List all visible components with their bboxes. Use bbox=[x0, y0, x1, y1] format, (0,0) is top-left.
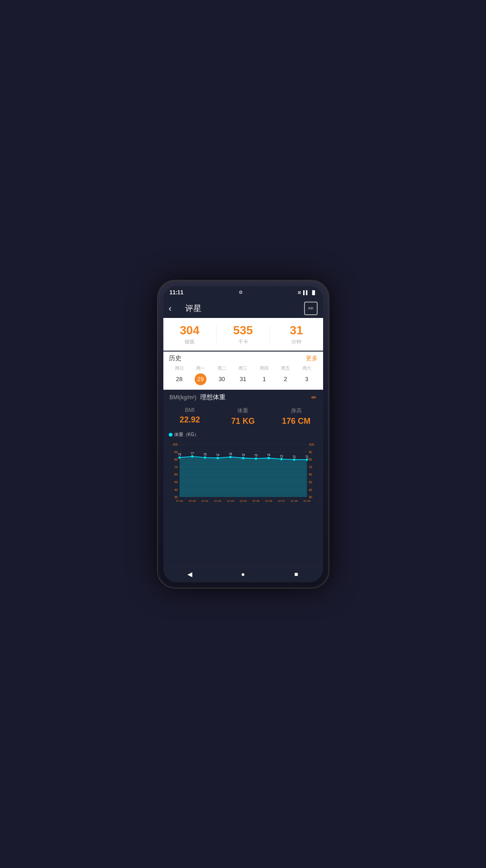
svg-text:30: 30 bbox=[309, 495, 312, 498]
metric-item: 身高176 CM bbox=[270, 407, 323, 426]
svg-point-28 bbox=[216, 456, 219, 459]
svg-text:74: 74 bbox=[241, 453, 245, 456]
back-nav-button[interactable]: ◀ bbox=[183, 570, 196, 578]
day-item[interactable]: 周三31 bbox=[237, 365, 249, 385]
svg-point-30 bbox=[242, 456, 244, 459]
ad-icon: AD bbox=[304, 302, 318, 315]
day-item[interactable]: 周二30 bbox=[216, 365, 228, 385]
svg-text:80: 80 bbox=[309, 458, 312, 461]
day-number[interactable]: 1 bbox=[258, 373, 270, 385]
svg-text:80: 80 bbox=[174, 458, 178, 461]
calories-label: 千卡 bbox=[216, 338, 270, 345]
bmi-section: BMI(kg/m²) 理想体重 ✏ BMI22.92体重71 KG身高176 C… bbox=[163, 390, 323, 566]
svg-text:30: 30 bbox=[174, 495, 178, 498]
bmi-metrics: BMI22.92体重71 KG身高176 CM bbox=[163, 405, 323, 430]
metric-value: 71 KG bbox=[216, 417, 270, 426]
stat-minutes: 31 分钟 bbox=[270, 323, 323, 345]
exercises-value: 304 bbox=[163, 323, 216, 337]
svg-text:07-23: 07-23 bbox=[227, 500, 234, 502]
svg-text:100: 100 bbox=[172, 443, 178, 446]
svg-point-33 bbox=[280, 458, 282, 460]
phone-screen: 11:11 ⚙ ⊠ ▌▌ ▐▌ ‹ 评星 AD 304 锻炼 bbox=[163, 286, 323, 582]
history-more-button[interactable]: 更多 bbox=[306, 354, 318, 362]
nav-bar: ‹ 评星 AD bbox=[163, 299, 323, 318]
phone-frame: 11:11 ⚙ ⊠ ▌▌ ▐▌ ‹ 评星 AD 304 锻炼 bbox=[157, 280, 329, 589]
svg-point-35 bbox=[305, 458, 308, 461]
svg-text:73: 73 bbox=[254, 454, 257, 457]
day-number[interactable]: 29 bbox=[195, 373, 206, 385]
status-icons: ⊠ ▌▌ ▐▌ bbox=[298, 290, 317, 295]
battery-icon: ▐▌ bbox=[311, 290, 317, 295]
svg-point-32 bbox=[267, 456, 270, 459]
minutes-label: 分钟 bbox=[270, 338, 323, 345]
exercises-label: 锻炼 bbox=[163, 338, 216, 345]
day-item[interactable]: 周五2 bbox=[280, 365, 291, 385]
legend-dot bbox=[169, 433, 172, 436]
svg-text:90: 90 bbox=[309, 450, 312, 453]
svg-point-25 bbox=[178, 456, 181, 458]
metric-value: 176 CM bbox=[270, 417, 323, 426]
metric-name: 身高 bbox=[270, 407, 323, 415]
svg-text:72: 72 bbox=[280, 454, 283, 457]
day-number[interactable]: 3 bbox=[301, 373, 313, 385]
day-item[interactable]: 周日28 bbox=[173, 365, 185, 385]
day-number[interactable]: 28 bbox=[173, 373, 185, 385]
metric-value: 22.92 bbox=[163, 415, 216, 425]
svg-text:07-22: 07-22 bbox=[214, 500, 221, 502]
svg-text:07-19: 07-19 bbox=[176, 500, 183, 502]
day-number[interactable]: 30 bbox=[216, 373, 228, 385]
chart-legend: 体重（KG） bbox=[167, 432, 319, 438]
svg-text:07-20: 07-20 bbox=[189, 500, 196, 502]
wifi-icon: ⊠ bbox=[298, 290, 301, 295]
svg-text:100: 100 bbox=[309, 443, 314, 446]
svg-text:07-28: 07-28 bbox=[290, 500, 298, 502]
stat-exercises: 304 锻炼 bbox=[163, 323, 216, 345]
svg-text:70: 70 bbox=[174, 465, 178, 468]
svg-text:74: 74 bbox=[216, 453, 219, 456]
svg-text:07-24: 07-24 bbox=[240, 500, 247, 502]
svg-text:07-27: 07-27 bbox=[278, 500, 285, 502]
svg-text:07-21: 07-21 bbox=[201, 500, 209, 502]
day-name: 周二 bbox=[217, 365, 226, 372]
recent-nav-button[interactable]: ■ bbox=[290, 570, 303, 578]
week-days: 周日28周一29周二30周三31周四1周五2周六3 bbox=[169, 365, 318, 385]
stats-section: 304 锻炼 535 千卡 31 分钟 bbox=[163, 318, 323, 351]
status-bar: 11:11 ⚙ ⊠ ▌▌ ▐▌ bbox=[163, 286, 323, 299]
day-item[interactable]: 周一29 bbox=[195, 365, 206, 385]
back-button[interactable]: ‹ bbox=[169, 303, 182, 313]
svg-marker-24 bbox=[179, 456, 307, 496]
bmi-subtitle: 理想体重 bbox=[200, 393, 226, 402]
day-number[interactable]: 2 bbox=[280, 373, 291, 385]
bottom-nav: ◀ ● ■ bbox=[163, 566, 323, 582]
svg-text:50: 50 bbox=[309, 480, 312, 483]
chart-container: 体重（KG） bbox=[163, 430, 323, 566]
svg-text:71: 71 bbox=[292, 455, 295, 458]
history-title: 历史 bbox=[169, 354, 182, 362]
svg-text:07-29: 07-29 bbox=[303, 500, 310, 502]
edit-icon[interactable]: ✏ bbox=[311, 394, 317, 401]
day-name: 周五 bbox=[281, 365, 290, 372]
day-name: 周一 bbox=[196, 365, 205, 372]
history-section: 历史 更多 周日28周一29周二30周三31周四1周五2周六3 bbox=[163, 352, 323, 390]
legend-label: 体重（KG） bbox=[174, 432, 199, 438]
day-item[interactable]: 周六3 bbox=[301, 365, 313, 385]
stat-calories: 535 千卡 bbox=[216, 323, 270, 345]
svg-text:50: 50 bbox=[174, 480, 178, 483]
history-header: 历史 更多 bbox=[169, 354, 318, 362]
day-item[interactable]: 周四1 bbox=[258, 365, 270, 385]
svg-point-34 bbox=[293, 458, 295, 461]
svg-text:75: 75 bbox=[178, 452, 181, 456]
day-name: 周三 bbox=[238, 365, 247, 372]
svg-text:77: 77 bbox=[191, 451, 194, 455]
day-number[interactable]: 31 bbox=[237, 373, 249, 385]
svg-text:75: 75 bbox=[203, 452, 206, 456]
day-name: 周六 bbox=[302, 365, 311, 372]
chart-svg: 100 90 80 70 60 50 40 30 100 90 80 bbox=[167, 440, 319, 512]
calories-value: 535 bbox=[216, 323, 270, 337]
signal-icon: ▌▌ bbox=[303, 290, 309, 295]
gear-icon: ⚙ bbox=[239, 290, 243, 295]
stats-row: 304 锻炼 535 千卡 31 分钟 bbox=[163, 323, 323, 347]
home-nav-button[interactable]: ● bbox=[236, 570, 250, 578]
svg-text:40: 40 bbox=[174, 488, 178, 491]
svg-text:71: 71 bbox=[305, 455, 308, 458]
